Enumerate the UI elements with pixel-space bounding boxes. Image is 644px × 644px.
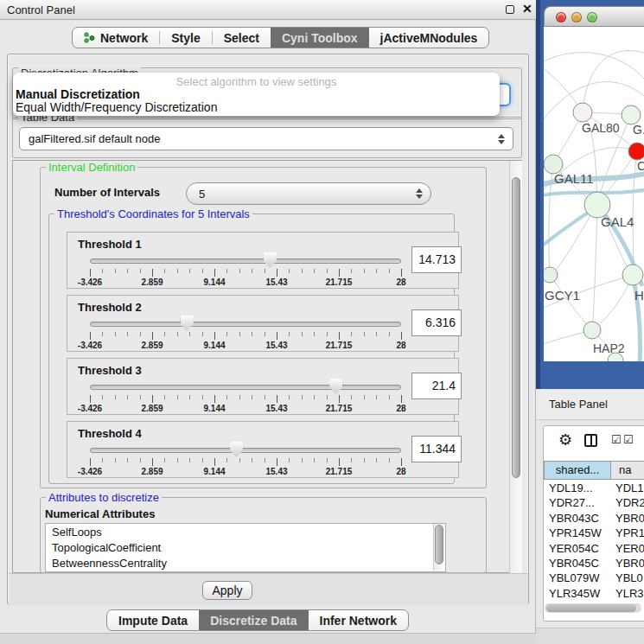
network-edge[interactable] xyxy=(592,205,597,330)
slider-tick-label: 2.859 xyxy=(141,467,163,476)
slider-ticks-major xyxy=(90,395,402,403)
minimize-traffic-light-icon[interactable] xyxy=(571,12,582,22)
columns-icon[interactable] xyxy=(584,434,597,447)
network-node[interactable] xyxy=(628,143,644,160)
threshold-label: Threshold 2 xyxy=(78,301,142,314)
slider-tick-label: 28 xyxy=(396,467,405,476)
slider-tick-label: 21.715 xyxy=(326,467,353,476)
algorithm-option-equal-width[interactable]: Equal Width/Frequency Discretization xyxy=(16,100,217,114)
slider-tick-label: 9.144 xyxy=(203,277,225,287)
table-horizontal-scrollbar[interactable] xyxy=(545,603,641,613)
select-none-checkbox-icon[interactable]: ☑ xyxy=(623,433,634,446)
table-column-header-name[interactable]: na xyxy=(610,461,644,480)
number-of-intervals-value: 5 xyxy=(199,188,205,201)
zoom-traffic-light-icon[interactable] xyxy=(587,12,597,22)
network-node-label: HAP2 xyxy=(593,341,625,355)
table-row[interactable]: YDR27...YDR2 xyxy=(545,496,644,512)
tab-select[interactable]: Select xyxy=(213,28,271,48)
gear-icon[interactable]: ⚙ xyxy=(558,430,572,450)
attribute-list-item[interactable]: SelfLoops xyxy=(46,524,445,539)
slider-ticks-major xyxy=(90,332,402,340)
tab-impute-data[interactable]: Impute Data xyxy=(107,610,199,630)
slider-tick-label: 9.144 xyxy=(203,467,225,476)
numerical-attributes-list[interactable]: SelfLoopsTopologicalCoefficientBetweenne… xyxy=(45,523,446,572)
network-edge[interactable] xyxy=(583,51,644,112)
slider-tick-label: 15.43 xyxy=(265,277,287,287)
table-row[interactable]: YBL079WYBL0 xyxy=(545,571,644,587)
threshold-slider-handle[interactable] xyxy=(264,252,277,268)
threshold-value-field[interactable]: 11.344 xyxy=(411,436,462,462)
table-row[interactable]: YDL19...YDL1 xyxy=(545,481,644,497)
table-cell-shared-name: YDL19... xyxy=(549,481,593,494)
slider-ticks-major xyxy=(90,458,402,466)
table-cell-name: YBR0 xyxy=(615,557,644,570)
network-node[interactable] xyxy=(622,265,643,285)
threshold-slider-handle[interactable] xyxy=(230,442,243,457)
table-row[interactable]: YBR045CYBR0 xyxy=(545,557,644,572)
slider-tick-label: -3.426 xyxy=(78,467,102,476)
number-of-intervals-label: Number of Intervals xyxy=(54,186,160,199)
threshold-slider-track[interactable] xyxy=(90,385,401,390)
interval-definition-group-label: Interval Definition xyxy=(46,161,137,174)
window-title: Control Panel xyxy=(7,3,75,16)
select-all-checkbox-icon[interactable]: ☑ xyxy=(611,433,622,446)
tab-infer-network[interactable]: Infer Network xyxy=(309,610,408,630)
network-node[interactable] xyxy=(622,105,641,124)
threshold-slider-track[interactable] xyxy=(90,448,401,453)
network-node[interactable] xyxy=(573,103,592,122)
settings-scrollpane: Interval Definition Number of Intervals … xyxy=(12,160,522,573)
threshold-slider-handle[interactable] xyxy=(181,316,194,331)
threshold-label: Threshold 3 xyxy=(78,364,142,377)
tab-network[interactable]: Network xyxy=(73,28,159,48)
tab-jactivemnodules[interactable]: jActiveMNodules xyxy=(369,28,489,48)
network-node[interactable] xyxy=(544,267,558,283)
network-node-label: GCY1 xyxy=(545,288,580,303)
apply-button[interactable]: Apply xyxy=(202,581,252,600)
slider-ticks-major xyxy=(90,269,402,277)
network-node-label: H xyxy=(634,288,644,303)
attributes-list-scrollbar[interactable] xyxy=(433,524,444,571)
network-edge[interactable] xyxy=(544,53,644,79)
algorithm-option-manual[interactable]: Manual Discretization xyxy=(16,87,140,101)
thresholds-group-label: Threshold's Coordinates for 5 Intervals xyxy=(54,207,252,220)
attributes-scrollbar-thumb[interactable] xyxy=(435,525,443,564)
table-hscrollbar-thumb[interactable] xyxy=(546,604,636,612)
slider-tick-label: 9.144 xyxy=(203,341,225,350)
threshold-slider-track[interactable] xyxy=(90,322,401,327)
table-data-combobox[interactable]: galFiltered.sif default node xyxy=(19,127,513,150)
tab-style[interactable]: Style xyxy=(160,28,211,48)
threshold-value-field[interactable]: 6.316 xyxy=(411,309,462,336)
table-cell-name: YDL1 xyxy=(615,481,644,494)
tab-discretize-data[interactable]: Discretize Data xyxy=(199,610,308,630)
threshold-slider-track[interactable] xyxy=(90,258,401,264)
combo-spinner-icon[interactable] xyxy=(416,188,424,200)
table-cell-name: YLR3 xyxy=(615,587,644,600)
algorithm-placeholder: Select algorithm to view settings xyxy=(13,75,500,88)
threshold-value-field[interactable]: 21.4 xyxy=(411,373,462,399)
threshold-slider-handle[interactable] xyxy=(329,379,342,394)
network-canvas[interactable]: GAL80G.CGAL11GAL4GCY1HHAP2 xyxy=(544,27,644,361)
tab-cyni-toolbox[interactable]: Cyni Toolbox xyxy=(271,28,369,48)
cyni-toolbox-panel: Discretization Algorithm Table Data galF… xyxy=(7,54,529,605)
attribute-list-item[interactable]: TopologicalCoefficient xyxy=(46,539,445,555)
table-row[interactable]: YPR145WYPR1 xyxy=(545,526,644,542)
network-node-label: C xyxy=(637,159,644,173)
threshold-value-field[interactable]: 14.713 xyxy=(411,246,462,273)
number-of-intervals-combobox[interactable]: 5 xyxy=(186,182,431,205)
attribute-list-item[interactable]: BetweennessCentrality xyxy=(46,555,445,571)
settings-scrollbar[interactable] xyxy=(509,161,522,573)
close-traffic-light-icon[interactable] xyxy=(556,12,566,22)
close-icon[interactable]: ✕ xyxy=(522,2,532,16)
network-node[interactable] xyxy=(583,322,601,339)
table-column-header-shared[interactable]: shared... xyxy=(544,461,611,480)
slider-tick-label: 2.859 xyxy=(141,277,163,287)
table-cell-name: YBL0 xyxy=(615,571,643,584)
combo-spinner-icon[interactable] xyxy=(498,133,506,145)
settings-scrollbar-thumb[interactable] xyxy=(512,177,520,478)
network-icon xyxy=(84,32,95,43)
float-icon[interactable] xyxy=(506,5,514,14)
table-row[interactable]: YBR043CYBR0 xyxy=(545,512,644,527)
table-row[interactable]: YLR345WYLR3 xyxy=(545,587,644,603)
control-panel-titlebar: Control Panel ✕ xyxy=(0,0,536,20)
table-row[interactable]: YER054CYER0 xyxy=(545,542,644,558)
